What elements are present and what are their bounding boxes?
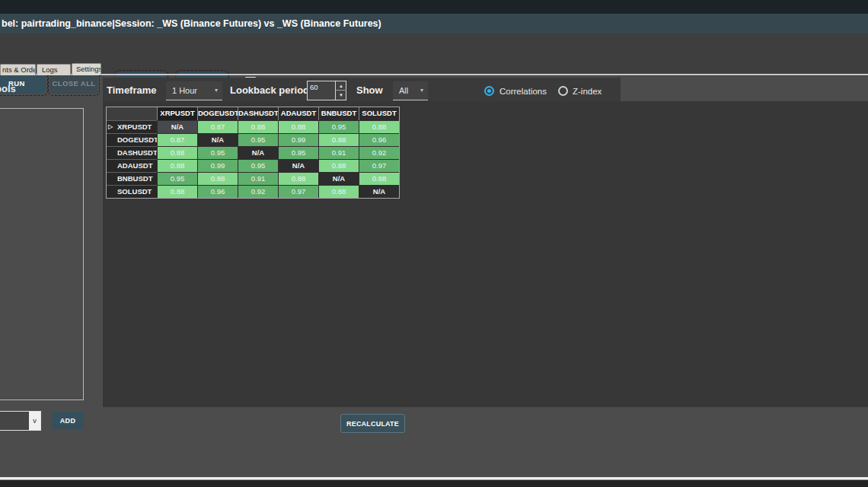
matrix-row-header[interactable]: DOGEUSDT [107, 133, 157, 146]
matrix-cell[interactable]: 0.88 [359, 172, 399, 185]
chevron-down-icon: ▾ [420, 81, 423, 100]
matrix-cell[interactable]: 0.88 [238, 120, 278, 133]
matrix-cell[interactable]: 0.92 [359, 146, 399, 159]
matrix-row: DASHUSDT0.880.95N/A0.950.910.92 [107, 146, 399, 159]
z-index-radio[interactable] [558, 86, 568, 96]
matrix-cell[interactable]: 0.88 [278, 120, 318, 133]
matrix-cell[interactable]: N/A [359, 185, 399, 198]
add-button[interactable]: ADD [52, 412, 84, 430]
timeframe-label: Timeframe [107, 84, 157, 96]
spinner-arrows: ▲ ▼ [335, 81, 346, 100]
matrix-corner-cell [107, 107, 157, 120]
matrix-cell[interactable]: N/A [197, 133, 238, 146]
close-all-button[interactable]: CLOSE ALL [50, 72, 97, 94]
matrix-row-header[interactable]: BNBUSDT [107, 172, 157, 185]
matrix-row: ▷XRPUSDTN/A0.870.880.880.950.88 [107, 120, 399, 133]
matrix-cell[interactable]: 0.88 [318, 159, 359, 172]
matrix-col-header[interactable]: SOLUSDT [359, 107, 399, 120]
matrix-cell[interactable]: 0.88 [318, 133, 359, 146]
matrix-cell[interactable]: 0.96 [197, 185, 238, 198]
matrix-cell[interactable]: N/A [278, 159, 318, 172]
matrix-cell[interactable]: 0.88 [278, 172, 318, 185]
lookback-period-spinner[interactable]: 60 ▲ ▼ [307, 81, 346, 100]
matrix-cell[interactable]: N/A [238, 146, 278, 159]
matrix-row: SOLUSDT0.880.960.920.970.88N/A [107, 185, 399, 198]
window-title: bel: pairtrading_binance|Session: _WS (B… [2, 18, 381, 29]
matrix-row-header[interactable]: DASHUSDT [107, 146, 157, 159]
matrix-cell[interactable]: 0.95 [318, 120, 359, 133]
matrix-cell[interactable]: 0.88 [157, 146, 197, 159]
show-value: All [399, 81, 408, 100]
correlations-radio-label: Correlations [499, 87, 547, 96]
timeframe-value: 1 Hour [172, 81, 197, 100]
bottom-status-bar [0, 480, 868, 487]
tab-settings-label: Settings [76, 65, 101, 73]
matrix-col-header[interactable]: DASHUSDT [238, 107, 278, 120]
matrix-cell[interactable]: 0.95 [238, 159, 278, 172]
matrix-cell[interactable]: 0.88 [359, 120, 399, 133]
matrix-cell[interactable]: 0.87 [157, 133, 197, 146]
show-label: Show [356, 84, 383, 96]
symbols-group-label: bols [0, 83, 16, 94]
matrix-col-header[interactable]: BNBUSDT [318, 107, 359, 120]
matrix-col-header[interactable]: XRPUSDT [157, 107, 197, 120]
window-titlebar: bel: pairtrading_binance|Session: _WS (B… [0, 14, 868, 33]
matrix-cell[interactable]: 0.88 [157, 159, 197, 172]
matrix-cell[interactable]: 0.96 [359, 133, 399, 146]
matrix-cell[interactable]: N/A [318, 172, 359, 185]
matrix-col-header[interactable]: ADAUSDT [278, 107, 318, 120]
z-index-radio-label: Z-index [573, 87, 602, 96]
correlations-radio[interactable] [484, 86, 494, 96]
matrix-cell[interactable]: 0.95 [197, 146, 238, 159]
matrix-row: DOGEUSDT0.87N/A0.950.990.880.96 [107, 133, 399, 146]
tab-settings[interactable]: Settings [72, 63, 101, 75]
symbol-combobox[interactable]: v [0, 411, 41, 431]
tab-events-orders-label: nts & Orders [2, 65, 36, 74]
matrix-cell[interactable]: 0.95 [238, 133, 278, 146]
spinner-down-icon[interactable]: ▼ [336, 91, 346, 100]
matrix-cell[interactable]: N/A [157, 120, 197, 133]
matrix-cell[interactable]: 0.97 [359, 159, 399, 172]
matrix-row-header[interactable]: ADAUSDT [107, 159, 157, 172]
matrix-cell[interactable]: 0.88 [157, 185, 197, 198]
matrix-cell[interactable]: 0.95 [278, 146, 318, 159]
matrix-col-header[interactable]: DOGEUSDT [197, 107, 238, 120]
symbols-list-box[interactable] [0, 108, 84, 400]
matrix-cell[interactable]: 0.88 [318, 185, 359, 198]
matrix-row: BNBUSDT0.950.880.910.88N/A0.88 [107, 172, 399, 185]
top-black-bar [0, 0, 868, 14]
matrix-cell[interactable]: 0.95 [157, 172, 197, 185]
correlation-matrix[interactable]: XRPUSDTDOGEUSDTDASHUSDTADAUSDTBNBUSDTSOL… [106, 107, 400, 199]
matrix-cell[interactable]: 0.99 [278, 133, 318, 146]
recalculate-button[interactable]: RECALCULATE [340, 414, 405, 433]
matrix-cell[interactable]: 0.92 [238, 185, 278, 198]
matrix-cell[interactable]: 0.87 [197, 120, 238, 133]
matrix-cell[interactable]: 0.88 [197, 172, 238, 185]
lookback-period-value: 60 [310, 83, 318, 91]
matrix-cell[interactable]: 0.97 [278, 185, 318, 198]
matrix-cell[interactable]: 0.91 [318, 146, 359, 159]
matrix-cell[interactable]: 0.99 [197, 159, 238, 172]
lookback-period-label: Lookback period [230, 84, 309, 96]
app-window: bel: pairtrading_binance|Session: _WS (B… [0, 0, 868, 487]
tab-strip-baseline [0, 74, 868, 75]
timeframe-dropdown[interactable]: 1 Hour ▾ [166, 81, 222, 100]
combo-chevron-down-icon[interactable]: v [29, 412, 40, 430]
tab-logs[interactable]: Logs [37, 64, 71, 75]
tab-events-orders[interactable]: nts & Orders [0, 64, 36, 75]
current-row-indicator-icon: ▷ [108, 121, 113, 133]
matrix-row-header[interactable]: SOLUSDT [107, 185, 157, 198]
matrix-row-header[interactable]: ▷XRPUSDT [107, 120, 157, 133]
chevron-down-icon: ▾ [215, 81, 218, 100]
spinner-up-icon[interactable]: ▲ [336, 81, 346, 91]
button-strip: RUN CLOSE ALL CLEAR ALL VIEW LOG Launch … [0, 33, 868, 76]
matrix-row: ADAUSDT0.880.990.95N/A0.880.97 [107, 159, 399, 172]
show-dropdown[interactable]: All ▾ [393, 81, 428, 100]
matrix-cell[interactable]: 0.91 [238, 172, 278, 185]
tab-logs-label: Logs [42, 65, 58, 74]
